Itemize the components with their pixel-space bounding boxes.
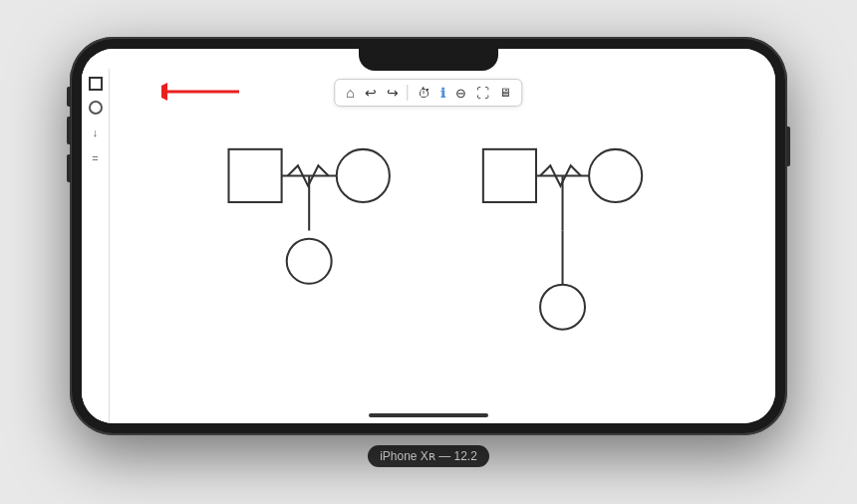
iphone-device: ⌂ ↩ ↪ ⏱ ℹ ⊖ ⛶ 🖥 ↓ = (70, 37, 787, 435)
svg-point-9 (589, 149, 642, 202)
toolbar: ⌂ ↩ ↪ ⏱ ℹ ⊖ ⛶ 🖥 (334, 79, 522, 107)
iphone-notch (359, 49, 498, 71)
svg-point-13 (540, 285, 585, 330)
monitor-icon[interactable]: 🖥 (496, 85, 514, 101)
left-sidebar: ↓ = (82, 69, 110, 423)
screen-content: ⌂ ↩ ↪ ⏱ ℹ ⊖ ⛶ 🖥 ↓ = (82, 49, 775, 423)
fullscreen-icon[interactable]: ⛶ (473, 85, 492, 102)
pedigree-diagram (110, 109, 775, 393)
circle-tool-icon[interactable] (89, 101, 103, 115)
iphone-screen: ⌂ ↩ ↪ ⏱ ℹ ⊖ ⛶ 🖥 ↓ = (82, 49, 775, 423)
vol-down-button (67, 154, 71, 182)
home-icon[interactable]: ⌂ (343, 84, 357, 102)
history-icon[interactable]: ⏱ (415, 85, 433, 102)
select-tool-icon[interactable] (89, 77, 103, 91)
equals-icon[interactable]: = (90, 150, 100, 166)
svg-rect-2 (229, 149, 282, 202)
power-button (786, 126, 790, 166)
minus-circle-icon[interactable]: ⊖ (452, 85, 469, 102)
home-bar (369, 413, 488, 417)
svg-rect-8 (483, 149, 536, 202)
nav-down-icon[interactable]: ↓ (91, 125, 101, 140)
undo-icon[interactable]: ↩ (362, 84, 380, 102)
svg-point-3 (337, 149, 390, 202)
vol-up-button (67, 117, 71, 144)
toolbar-divider-1 (408, 85, 409, 101)
scene: ⌂ ↩ ↪ ⏱ ℹ ⊖ ⛶ 🖥 ↓ = (70, 37, 787, 467)
svg-point-7 (287, 239, 332, 284)
mute-button (67, 87, 71, 107)
red-arrow-indicator (161, 77, 241, 111)
info-icon[interactable]: ℹ (437, 85, 448, 102)
device-label: iPhone Xʀ — 12.2 (368, 445, 489, 467)
redo-icon[interactable]: ↪ (384, 84, 402, 102)
